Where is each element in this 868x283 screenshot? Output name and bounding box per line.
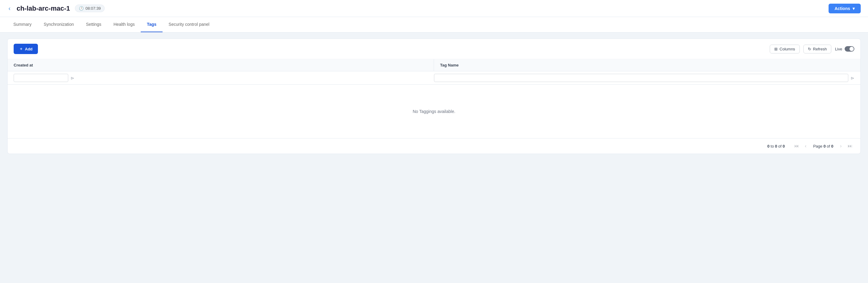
range-end: 0 <box>775 144 777 148</box>
first-page-button[interactable]: ⏮ <box>792 142 801 150</box>
next-page-button[interactable]: › <box>838 142 843 150</box>
page-total: 0 <box>831 144 833 148</box>
tab-synchronization[interactable]: Synchronization <box>38 17 80 32</box>
columns-button[interactable]: ⊞ Columns <box>770 45 800 53</box>
time-badge: 🕐 08:07:39 <box>75 5 105 12</box>
columns-icon: ⊞ <box>774 47 778 51</box>
refresh-icon: ↻ <box>808 47 811 51</box>
col-tag-name-label: Tag Name <box>440 63 459 67</box>
refresh-label: Refresh <box>813 47 827 51</box>
tab-security-control-panel[interactable]: Security control panel <box>162 17 216 32</box>
tab-settings[interactable]: Settings <box>80 17 108 32</box>
filter-tag-icon[interactable]: ⊳ <box>851 76 854 81</box>
header-left: ‹ ch-lab-arc-mac-1 🕐 08:07:39 <box>7 4 105 13</box>
refresh-button[interactable]: ↻ Refresh <box>803 45 832 53</box>
page-of-label: of <box>826 144 831 148</box>
prev-page-button[interactable]: ‹ <box>803 142 808 150</box>
table-header: Created at Tag Name <box>8 59 860 72</box>
table-area: Created at Tag Name ⊳ ⊳ No Taggings avai… <box>8 59 860 138</box>
clock-icon: 🕐 <box>79 6 84 11</box>
pagination-range: 0 to 0 of 0 <box>767 144 785 148</box>
actions-label: Actions <box>835 6 850 11</box>
filter-cell-tag: ⊳ <box>434 74 854 82</box>
back-button[interactable]: ‹ <box>7 4 12 13</box>
columns-label: Columns <box>779 47 795 51</box>
page-title: ch-lab-arc-mac-1 <box>17 5 70 12</box>
range-to: to <box>771 144 775 148</box>
range-start: 0 <box>767 144 769 148</box>
time-display: 08:07:39 <box>86 6 101 11</box>
tab-health-logs[interactable]: Health logs <box>107 17 141 32</box>
add-label: Add <box>25 47 32 51</box>
filter-row: ⊳ ⊳ <box>8 72 860 85</box>
filter-date-input[interactable] <box>14 74 68 82</box>
live-toggle-container: Live <box>835 46 854 52</box>
pagination-bar: 0 to 0 of 0 ⏮ ‹ Page 0 of 0 › ⏭ <box>8 138 860 154</box>
live-label: Live <box>835 47 842 51</box>
actions-button[interactable]: Actions ▾ <box>829 4 861 13</box>
live-toggle-switch[interactable] <box>845 46 854 52</box>
page-label: Page <box>813 144 824 148</box>
page-info: Page 0 of 0 <box>813 144 833 148</box>
col-header-tag-name: Tag Name <box>434 59 860 71</box>
range-of: of <box>778 144 782 148</box>
filter-tag-input[interactable] <box>434 74 848 82</box>
range-total: 0 <box>783 144 785 148</box>
col-header-created-at: Created at <box>8 59 434 71</box>
last-page-button[interactable]: ⏭ <box>846 142 854 150</box>
add-plus-icon: ＋ <box>19 46 23 52</box>
tab-tags[interactable]: Tags <box>141 17 162 32</box>
col-created-at-label: Created at <box>14 63 33 67</box>
header: ‹ ch-lab-arc-mac-1 🕐 08:07:39 Actions ▾ <box>0 0 868 17</box>
actions-chevron-icon: ▾ <box>852 6 855 11</box>
toolbar-right: ⊞ Columns ↻ Refresh Live <box>770 45 854 53</box>
tab-summary[interactable]: Summary <box>7 17 38 32</box>
panel-toolbar: ＋ Add ⊞ Columns ↻ Refresh Live <box>8 39 860 59</box>
add-button[interactable]: ＋ Add <box>14 44 38 54</box>
tabs-bar: Summary Synchronization Settings Health … <box>0 17 868 32</box>
content-panel: ＋ Add ⊞ Columns ↻ Refresh Live <box>7 38 861 154</box>
main-content: ＋ Add ⊞ Columns ↻ Refresh Live <box>0 32 868 160</box>
empty-message: No Taggings available. <box>413 109 456 114</box>
filter-date-icon[interactable]: ⊳ <box>71 76 74 81</box>
empty-state: No Taggings available. <box>8 85 860 138</box>
filter-cell-date: ⊳ <box>14 74 434 82</box>
